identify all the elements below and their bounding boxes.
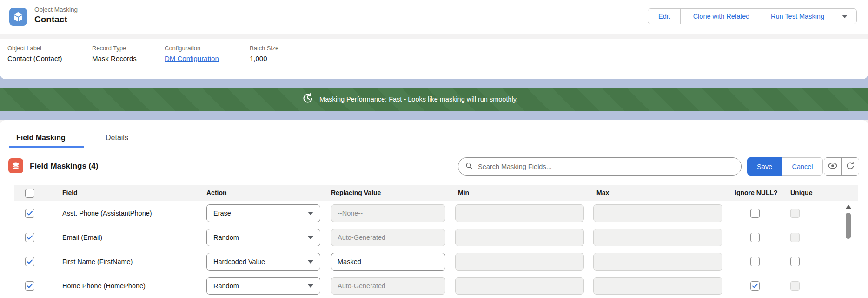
preview-button[interactable]	[824, 158, 841, 175]
search-masking-fields	[458, 157, 742, 176]
configuration-link[interactable]: DM Configuration	[165, 54, 219, 62]
replacing-value-input[interactable]	[331, 277, 445, 295]
save-button[interactable]: Save	[747, 157, 782, 176]
row-select-checkbox[interactable]	[25, 209, 34, 218]
chevron-down-icon	[308, 212, 313, 215]
ignore-null-checkbox[interactable]	[750, 209, 760, 218]
ignore-null-checkbox[interactable]	[750, 233, 760, 242]
min-input[interactable]	[455, 204, 584, 222]
min-input[interactable]	[455, 253, 584, 271]
refresh-icon	[845, 161, 855, 172]
unique-checkbox[interactable]	[790, 233, 800, 242]
action-select-value: Random	[213, 282, 239, 290]
table-row: Home Phone (HomePhone) Random	[0, 274, 868, 298]
tab-divider	[9, 148, 859, 148]
action-select-value: Hardcoded Value	[213, 258, 265, 265]
detail-value: 1,000	[250, 54, 278, 62]
action-select-value: Erase	[213, 210, 231, 217]
row-select-checkbox[interactable]	[25, 257, 34, 266]
detail-field: Record Type Mask Records	[92, 45, 137, 62]
unique-checkbox[interactable]	[790, 209, 800, 218]
action-select-value: Random	[213, 234, 239, 241]
details-panel: Object Label Contact (Contact) Record Ty…	[0, 39, 868, 79]
row-select-checkbox[interactable]	[25, 281, 34, 291]
object-masking-page: Masking Performance: Fast - Looks like m…	[0, 0, 868, 298]
field-label: Asst. Phone (AssistantPhone)	[62, 201, 152, 225]
max-input[interactable]	[593, 277, 722, 295]
list-title: Field Maskings (4)	[30, 162, 98, 171]
column-header-unique: Unique	[790, 189, 812, 196]
action-select[interactable]: Erase	[206, 204, 320, 222]
table-row: Asst. Phone (AssistantPhone) Erase	[0, 201, 868, 225]
max-input[interactable]	[593, 253, 722, 271]
chevron-down-icon	[308, 260, 313, 264]
detail-value: Mask Records	[92, 54, 137, 62]
chevron-down-icon	[308, 284, 313, 288]
column-header-ignore-null: Ignore NULL?	[735, 189, 778, 196]
chevron-down-icon	[308, 236, 313, 239]
table-body: Asst. Phone (AssistantPhone) Erase Email…	[0, 201, 868, 298]
search-input[interactable]	[478, 163, 741, 170]
more-actions-button[interactable]	[833, 9, 856, 24]
action-select[interactable]: Random	[206, 229, 320, 246]
scrollbar-thumb[interactable]	[846, 213, 851, 239]
cube-icon	[9, 8, 27, 26]
record-header: Object Masking Contact Edit Clone with R…	[0, 0, 868, 34]
detail-field: Batch Size 1,000	[250, 45, 278, 62]
column-header-replacing-value: Replacing Value	[331, 189, 381, 196]
field-label: First Name (FirstName)	[62, 250, 133, 274]
performance-banner: Masking Performance: Fast - Looks like m…	[0, 88, 868, 111]
object-type-label: Object Masking	[34, 6, 78, 13]
field-masking-panel: Field Masking Details Field Maskings (4)…	[0, 120, 868, 298]
refresh-button[interactable]	[841, 158, 859, 175]
table-scrollbar[interactable]	[845, 203, 851, 298]
action-select[interactable]: Hardcoded Value	[206, 253, 320, 271]
field-label: Email (Email)	[62, 225, 102, 250]
list-icon-buttons	[824, 157, 859, 176]
action-select[interactable]: Random	[206, 277, 320, 295]
page-title: Contact	[34, 14, 78, 25]
edit-button[interactable]: Edit	[648, 9, 681, 24]
replacing-value-input[interactable]	[331, 204, 445, 222]
column-header-max: Max	[596, 189, 609, 196]
record-action-group: Edit Clone with Related Run Test Masking	[648, 8, 857, 24]
min-input[interactable]	[455, 277, 584, 295]
table-row: First Name (FirstName) Hardcoded Value	[0, 250, 868, 274]
clone-with-related-button[interactable]: Clone with Related	[681, 9, 762, 24]
cancel-button[interactable]: Cancel	[782, 157, 823, 176]
detail-value: Contact (Contact)	[7, 54, 62, 62]
sync-clock-icon	[302, 92, 314, 106]
tab-field-masking[interactable]: Field Masking	[16, 134, 66, 142]
field-label: Home Phone (HomePhone)	[62, 274, 146, 298]
min-input[interactable]	[455, 229, 584, 246]
banner-message: Masking Performance: Fast - Looks like m…	[319, 95, 518, 103]
ignore-null-checkbox[interactable]	[750, 281, 760, 291]
run-test-masking-button[interactable]: Run Test Masking	[762, 9, 833, 24]
column-header-min: Min	[458, 189, 469, 196]
scroll-up-arrow[interactable]	[846, 205, 851, 209]
max-input[interactable]	[593, 229, 722, 246]
active-tab-underline	[9, 146, 84, 148]
detail-label: Configuration	[165, 45, 219, 52]
unique-checkbox[interactable]	[790, 281, 800, 291]
chevron-down-icon	[842, 15, 848, 18]
database-icon	[8, 158, 23, 173]
select-all-checkbox[interactable]	[25, 189, 34, 198]
ignore-null-checkbox[interactable]	[750, 257, 760, 266]
unique-checkbox[interactable]	[790, 257, 800, 266]
row-select-checkbox[interactable]	[25, 233, 34, 242]
tab-details[interactable]: Details	[106, 134, 128, 142]
magnifier-icon	[465, 162, 473, 172]
replacing-value-input[interactable]	[331, 229, 445, 246]
detail-label: Batch Size	[250, 45, 278, 52]
detail-label: Record Type	[92, 45, 137, 52]
table-row: Email (Email) Random	[0, 225, 868, 250]
max-input[interactable]	[593, 204, 722, 222]
replacing-value-input[interactable]	[331, 253, 445, 271]
detail-field: Object Label Contact (Contact)	[7, 45, 62, 62]
table-header: Field Action Replacing Value Min Max Ign…	[14, 185, 858, 201]
eye-icon	[828, 161, 838, 172]
column-header-field: Field	[62, 189, 78, 196]
detail-label: Object Label	[7, 45, 62, 52]
detail-field: Configuration DM Configuration	[165, 45, 219, 62]
